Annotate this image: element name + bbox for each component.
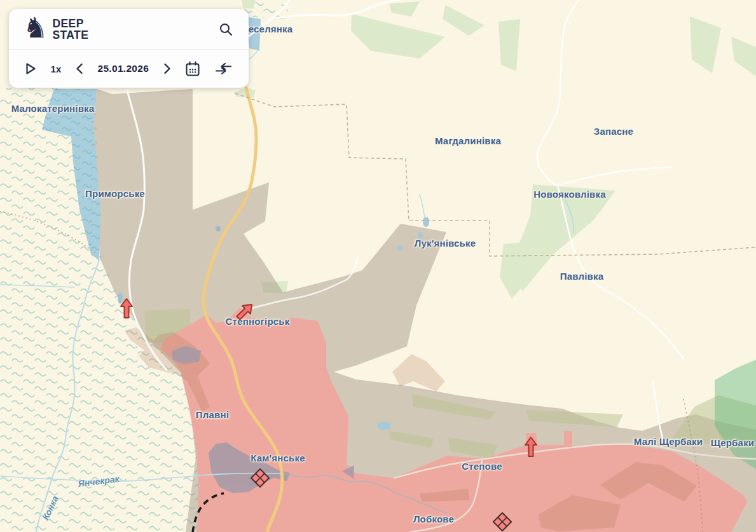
place-label: Запасне xyxy=(594,126,633,137)
calendar-icon[interactable] xyxy=(185,61,200,77)
place-label: Малі Щербаки xyxy=(634,436,703,447)
date-display[interactable]: 25.01.2026 xyxy=(98,63,149,74)
place-label: Магдалинівка xyxy=(435,135,501,146)
river-label: Конка xyxy=(40,494,60,521)
next-date-button[interactable] xyxy=(163,63,171,74)
search-icon[interactable] xyxy=(218,22,233,37)
attack-arrow-icon xyxy=(524,436,538,460)
place-label: Кам'янське xyxy=(251,453,305,463)
place-label: Веселянка xyxy=(242,24,293,34)
place-label: Щербаки xyxy=(711,437,755,448)
attack-arrow-icon xyxy=(120,297,134,322)
place-label: Малокатеринівка xyxy=(11,103,95,114)
attack-arrow-icon xyxy=(231,299,258,325)
place-label: Павлівка xyxy=(560,271,604,282)
place-label: Степове xyxy=(462,461,502,472)
brand-line2: STATE xyxy=(52,29,88,41)
place-label: Приморське xyxy=(85,188,145,199)
brand-line1: DEEP xyxy=(52,17,83,30)
speed-label[interactable]: 1x xyxy=(51,64,62,74)
play-button[interactable] xyxy=(25,62,36,75)
place-label: Лук'янівське xyxy=(415,238,476,249)
diamond-marker[interactable] xyxy=(251,468,270,490)
place-label: Новояковлівка xyxy=(533,189,606,200)
place-label: Лобкове xyxy=(413,514,454,524)
place-label: Плавні xyxy=(196,409,229,420)
river-label: Янчекрак xyxy=(78,474,120,489)
diamond-marker[interactable] xyxy=(493,512,512,532)
map-canvas[interactable]: ВеселянкаМалокатеринівкаЗапаснеМагдалині… xyxy=(0,0,756,532)
prev-date-button[interactable] xyxy=(76,63,83,74)
knight-icon: ♞ xyxy=(23,15,48,41)
control-panel: ♞ DEEP STATE 1x 25.01.2026 xyxy=(9,9,249,88)
jump-to-latest-icon[interactable] xyxy=(215,62,232,75)
deepstate-logo: ♞ DEEP STATE xyxy=(23,18,88,41)
